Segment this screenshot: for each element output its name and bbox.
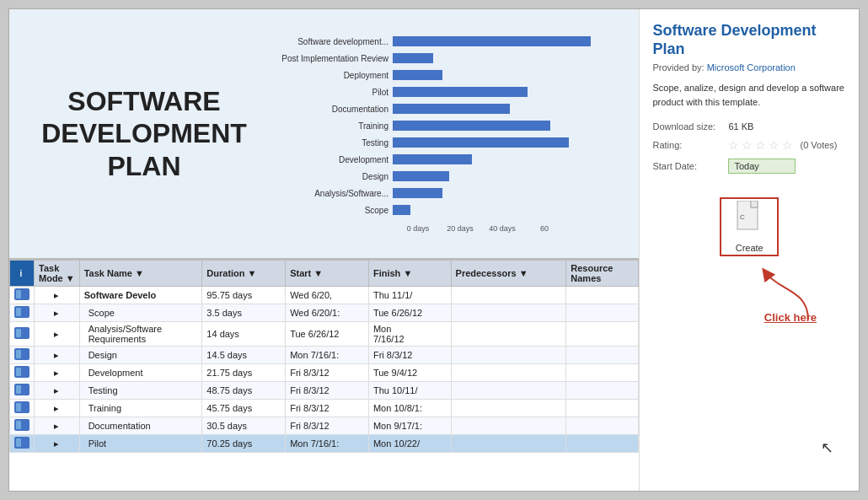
task-duration-cell: 14 days: [202, 322, 286, 347]
download-value: 61 KB: [728, 121, 753, 132]
bar-row: Post Implementation Review: [275, 51, 618, 65]
bar-label: Design: [275, 172, 393, 181]
bar-fill: [393, 121, 550, 131]
task-mode-cell: ▸: [35, 382, 80, 400]
task-row-icon: [14, 306, 29, 318]
bar-row: Development: [275, 153, 618, 166]
task-row-icon: [14, 327, 29, 339]
task-icon-cell: [10, 304, 35, 322]
task-name: Pilot: [88, 438, 106, 449]
task-finish-cell: Tue 9/4/12: [368, 364, 451, 382]
axis-label: 20 days: [439, 224, 481, 233]
task-start-cell: Wed 6/20,: [286, 287, 369, 304]
start-header: Start ▼: [286, 261, 369, 287]
task-duration-cell: 14.5 days: [202, 347, 286, 364]
task-name: Documentation: [88, 421, 151, 431]
task-row-icon: [14, 366, 29, 378]
task-name-cell: Development: [79, 364, 202, 382]
task-row-icon: [14, 384, 29, 395]
bar-row: Software development...: [275, 35, 618, 48]
task-icon-cell: [10, 287, 35, 304]
duration-header: Duration ▼: [202, 261, 286, 287]
document-svg: C: [736, 201, 763, 233]
start-date-input[interactable]: [728, 159, 796, 174]
start-date-label: Start Date:: [652, 161, 728, 171]
task-name: Design: [88, 350, 117, 360]
start-date-row: Start Date:: [652, 159, 846, 174]
template-description: Scope, analize, design and develop a sof…: [652, 81, 846, 109]
task-resources-cell: [566, 417, 639, 435]
task-resources-cell: [566, 347, 639, 364]
bar-row: Design: [275, 169, 618, 183]
table-row: ▸ Software Develo 95.75 days Wed 6/20, T…: [10, 287, 639, 304]
task-icon-cell: [10, 382, 35, 400]
preview-panel: SOFTWARE DEVELOPMENT PLAN Software devel…: [9, 9, 640, 491]
bar-container: [393, 188, 618, 198]
task-predecessors-cell: [451, 382, 566, 400]
bar-container: [393, 36, 618, 46]
bar-fill: [393, 70, 442, 80]
task-icon-cell: [10, 322, 35, 347]
bar-fill: [393, 188, 442, 198]
task-start-cell: Fri 8/3/12: [286, 364, 369, 382]
task-predecessors-cell: [451, 400, 566, 417]
task-mode-cell: ▸: [35, 400, 80, 417]
table-row: ▸ Pilot 70.25 days Mon 7/16/1: Mon 10/22…: [10, 435, 639, 453]
info-header: i: [10, 261, 35, 287]
task-resources-cell: [566, 435, 639, 453]
task-mode-cell: ▸: [35, 287, 80, 304]
preview-title-area: SOFTWARE DEVELOPMENT PLAN: [26, 26, 262, 241]
task-icon-cell: [10, 435, 35, 453]
task-start-cell: Mon 7/16/1:: [286, 435, 369, 453]
task-mode-cell: ▸: [35, 322, 80, 347]
bar-container: [393, 70, 618, 80]
task-name-cell: Scope: [79, 304, 202, 322]
table-row: ▸ Documentation 30.5 days Fri 8/3/12 Mon…: [10, 417, 639, 435]
task-duration-cell: 95.75 days: [202, 287, 286, 304]
click-arrow-svg: [753, 265, 821, 324]
star-3: ☆: [755, 138, 766, 152]
task-finish-cell: Tue 6/26/12: [368, 304, 451, 322]
bar-fill: [393, 154, 472, 164]
bar-fill: [393, 205, 410, 215]
task-mode-cell: ▸: [35, 304, 80, 322]
main-window: ✕ P SOFTWARE DEVELOPMENT PLAN Software d…: [8, 8, 860, 492]
bar-container: [393, 53, 618, 63]
task-name-cell: Design: [79, 347, 202, 364]
task-start-cell: Fri 8/3/12: [286, 382, 369, 400]
task-name: Software Develo: [84, 290, 157, 300]
task-finish-cell: Mon 10/8/1:: [368, 400, 451, 417]
task-predecessors-cell: [451, 417, 566, 435]
bar-container: [393, 205, 618, 215]
bar-fill: [393, 104, 510, 114]
info-icon: i: [14, 266, 28, 280]
task-mode-cell: ▸: [35, 347, 80, 364]
create-button[interactable]: C Create: [720, 197, 779, 256]
table-row: ▸ Design 14.5 days Mon 7/16/1: Fri 8/3/1…: [10, 347, 639, 364]
bar-label: Training: [275, 121, 393, 131]
bar-container: [393, 121, 618, 131]
bar-row: Training: [275, 119, 618, 132]
download-label: Download size:: [652, 121, 728, 132]
bar-fill: [393, 137, 569, 148]
rating-label: Rating:: [652, 140, 728, 150]
task-mode-cell: ▸: [35, 364, 80, 382]
svg-text:C: C: [740, 213, 745, 221]
task-name-cell: Analysis/SoftwareRequirements: [79, 322, 202, 347]
bar-container: [393, 137, 618, 148]
provider-link[interactable]: Microsoft Corporation: [707, 62, 796, 73]
axis-label: 60: [523, 224, 565, 233]
task-name-cell: Documentation: [79, 417, 202, 435]
table-row: ▸ Analysis/SoftwareRequirements 14 days …: [10, 322, 639, 347]
bar-label: Scope: [275, 206, 393, 215]
bar-row: Deployment: [275, 68, 618, 82]
task-start-cell: Mon 7/16/1:: [286, 347, 369, 364]
gantt-table-area: i TaskMode ▼ Task Name ▼ Duration ▼ Star…: [9, 258, 639, 491]
rating-row: Rating: ☆ ☆ ☆ ☆ ☆ (0 Votes): [652, 138, 846, 152]
bar-fill: [393, 87, 528, 97]
bar-container: [393, 154, 618, 164]
task-finish-cell: Mon 9/17/1:: [368, 417, 451, 435]
bar-label: Analysis/Software...: [275, 189, 393, 198]
votes-count: (0 Votes): [800, 140, 837, 150]
task-duration-cell: 21.75 days: [202, 364, 286, 382]
